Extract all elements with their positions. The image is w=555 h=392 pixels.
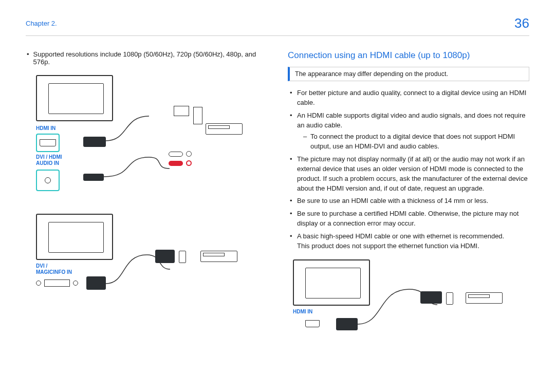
- audio-plug-icon: [83, 174, 104, 181]
- left-column: • Supported resolutions include 1080p (5…: [26, 50, 267, 357]
- audio-in-port-icon: [36, 170, 60, 191]
- hdmi-port-small-icon: [446, 292, 453, 305]
- dvd-player-icon: [466, 292, 503, 304]
- bullet-text: An HDMI cable supports digital video and…: [297, 111, 525, 129]
- hdmi-bullet-list: For better picture and audio quality, co…: [288, 88, 529, 251]
- section-title: Connection using an HDMI cable (up to 10…: [288, 50, 529, 61]
- hdmi-in-port-icon: [36, 134, 60, 152]
- hdmi-in-label: HDMI IN: [36, 125, 55, 132]
- sub-bullet-item: To connect the product to a digital devi…: [303, 132, 529, 152]
- diagram-hdmi-only: HDMI IN: [288, 259, 529, 357]
- monitor-back-icon: [36, 214, 113, 260]
- dvi-magicinfo-label: DVI / MAGICINFO IN: [36, 263, 72, 275]
- appearance-note: The appearance may differ depending on t…: [288, 67, 529, 81]
- hdmi-plug-right-icon: [420, 291, 442, 304]
- diagram-hdmi-dvi-audio: HDMI IN DVI / HDMI AUDIO IN: [26, 75, 267, 209]
- page-header: Chapter 2. 36: [26, 15, 529, 36]
- monitor-back-icon: [36, 75, 113, 121]
- bullet-item: Be sure to use an HDMI cable with a thic…: [290, 196, 529, 206]
- bullet-item: Be sure to purchase a certified HDMI cab…: [290, 209, 529, 229]
- hdmi-port-small-icon: [179, 251, 186, 263]
- bullet-item: An HDMI cable supports digital video and…: [290, 111, 529, 152]
- bullet-item: The picture may not display normally (if…: [290, 155, 529, 193]
- hdmi-in-label-2: HDMI IN: [293, 309, 312, 315]
- dvi-connector-icon: [174, 106, 189, 116]
- hdmi-plug-left-icon: [336, 318, 358, 330]
- hdmi-port-icon: [305, 320, 320, 327]
- dvi-hdmi-audio-label: DVI / HDMI AUDIO IN: [36, 154, 62, 166]
- dvd-player-icon: [206, 123, 243, 135]
- resolutions-text: Supported resolutions include 1080p (50/…: [33, 50, 267, 66]
- page-number: 36: [514, 15, 529, 31]
- chapter-label: Chapter 2.: [26, 20, 57, 27]
- dvi-port-strip-icon: [36, 279, 78, 287]
- bullet-item: A basic high-speed HDMI cable or one wit…: [290, 232, 529, 251]
- dvi-port-icon: [193, 107, 202, 124]
- rca-red-icon: [169, 160, 192, 166]
- diagram-dvi-magicinfo: DVI / MAGICINFO IN: [26, 214, 267, 311]
- content-columns: • Supported resolutions include 1080p (5…: [26, 50, 529, 357]
- bullet-item: For better picture and audio quality, co…: [290, 88, 529, 108]
- resolutions-bullet: • Supported resolutions include 1080p (5…: [26, 50, 267, 66]
- dvi-plug-left-icon: [86, 276, 106, 290]
- bullet-dot: •: [27, 50, 29, 66]
- right-column: Connection using an HDMI cable (up to 10…: [288, 50, 529, 357]
- dvd-player-icon: [200, 251, 237, 262]
- dvi-plug-right-icon: [155, 250, 175, 263]
- rca-white-icon: [169, 151, 192, 157]
